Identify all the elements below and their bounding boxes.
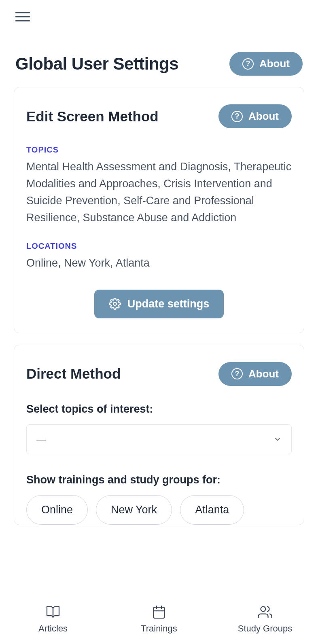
nav-articles[interactable]: Articles <box>0 594 106 644</box>
card-title: Edit Screen Method <box>26 108 159 125</box>
book-icon <box>45 605 61 619</box>
update-settings-button[interactable]: Update settings <box>94 290 224 318</box>
gear-icon <box>109 298 121 310</box>
help-circle-icon: ? <box>231 111 243 122</box>
header <box>0 0 318 30</box>
card-header: Direct Method ? About <box>26 362 292 386</box>
svg-rect-1 <box>154 607 165 618</box>
topics-label: TOPICS <box>26 145 292 155</box>
locations-text: Online, New York, Atlanta <box>26 255 292 271</box>
svg-point-5 <box>261 606 266 611</box>
select-placeholder: — <box>36 434 46 445</box>
about-button[interactable]: ? About <box>218 104 292 128</box>
nav-label: Study Groups <box>238 623 293 634</box>
show-label: Show trainings and study groups for: <box>26 474 292 486</box>
svg-point-0 <box>113 303 117 306</box>
chip-atlanta[interactable]: Atlanta <box>180 495 244 525</box>
chevron-down-icon <box>273 435 282 443</box>
hamburger-menu-icon[interactable] <box>15 12 30 21</box>
locations-label: LOCATIONS <box>26 241 292 251</box>
nav-study-groups[interactable]: Study Groups <box>212 594 318 644</box>
nav-label: Trainings <box>141 623 177 634</box>
direct-method-card: Direct Method ? About Select topics of i… <box>14 345 304 525</box>
about-button[interactable]: ? About <box>218 362 292 386</box>
about-button[interactable]: ? About <box>229 52 303 76</box>
select-topics-label: Select topics of interest: <box>26 403 292 415</box>
card-title: Direct Method <box>26 366 121 382</box>
page-title: Global User Settings <box>15 54 178 74</box>
about-label: About <box>248 368 279 380</box>
calendar-icon <box>151 605 167 619</box>
edit-screen-method-card: Edit Screen Method ? About TOPICS Mental… <box>14 87 304 333</box>
about-label: About <box>259 57 290 70</box>
help-circle-icon: ? <box>242 58 254 70</box>
chip-new-york[interactable]: New York <box>96 495 172 525</box>
title-row: Global User Settings ? About <box>0 30 318 76</box>
topics-select[interactable]: — <box>26 424 292 454</box>
topics-text: Mental Health Assessment and Diagnosis, … <box>26 159 292 226</box>
nav-label: Articles <box>38 623 68 634</box>
card-header: Edit Screen Method ? About <box>26 104 292 128</box>
chip-online[interactable]: Online <box>26 495 88 525</box>
bottom-nav: Articles Trainings Study Groups <box>0 594 318 644</box>
about-label: About <box>248 110 279 123</box>
help-circle-icon: ? <box>231 368 243 379</box>
chips-row: Online New York Atlanta <box>26 495 292 525</box>
nav-trainings[interactable]: Trainings <box>106 594 212 644</box>
users-icon <box>257 605 273 619</box>
update-settings-label: Update settings <box>127 298 210 310</box>
